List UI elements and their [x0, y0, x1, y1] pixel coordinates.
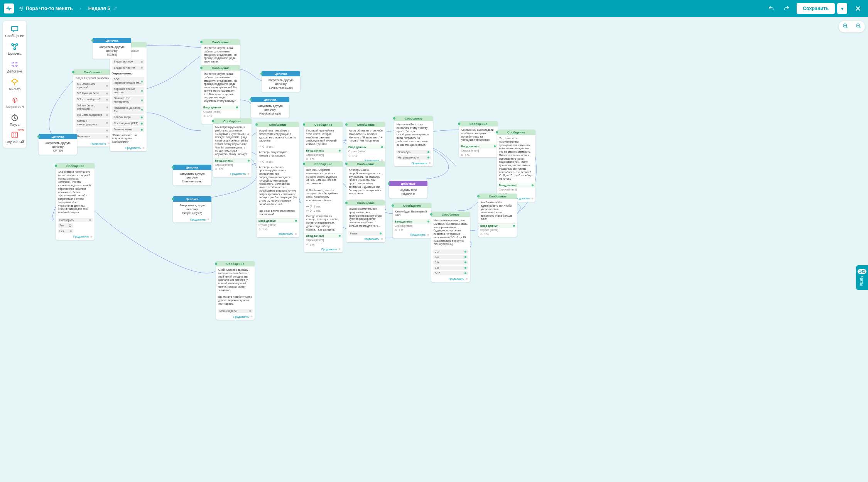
close-button[interactable] — [852, 3, 864, 14]
save-dropdown[interactable]: ▾ — [837, 3, 847, 14]
redo-button[interactable] — [781, 3, 792, 14]
app-logo[interactable] — [4, 3, 14, 13]
breadcrumb-sep: › — [80, 6, 81, 11]
edit-icon[interactable] — [113, 6, 118, 11]
course-breadcrumb[interactable]: Пора что-то менять — [19, 6, 73, 11]
topbar: Пора что-то менять › Неделя 5 Сохранить … — [0, 0, 868, 17]
flow-title[interactable]: Неделя 5 — [88, 6, 118, 11]
pulse-icon — [6, 5, 12, 12]
send-icon — [19, 6, 24, 11]
save-button[interactable]: Сохранить — [797, 3, 835, 14]
undo-button[interactable] — [766, 3, 777, 14]
